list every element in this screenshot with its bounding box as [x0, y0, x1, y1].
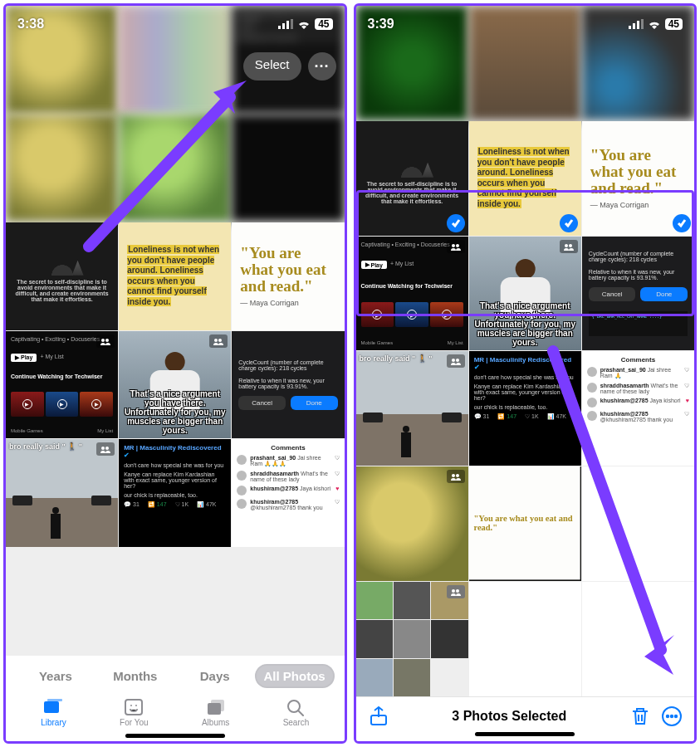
home-indicator[interactable] [125, 734, 225, 738]
cancel-button: Cancel [238, 396, 286, 410]
svg-point-11 [101, 339, 105, 342]
cellular-icon [629, 18, 644, 30]
seg-days[interactable]: Days [175, 664, 255, 688]
photo-thumb[interactable]: bro really said " 🚶 " [6, 439, 118, 547]
seg-years[interactable]: Years [16, 664, 95, 688]
svg-point-40 [456, 359, 459, 362]
svg-rect-24 [629, 26, 631, 29]
search-icon [285, 698, 306, 716]
svg-point-15 [101, 447, 105, 450]
svg-rect-2 [286, 21, 289, 29]
tab-bar: Library For You Albums Search [14, 695, 336, 729]
ellipsis-icon: ··· [314, 58, 329, 76]
photo-thumb[interactable]: CycleCount (number of complete charge cy… [232, 331, 344, 439]
svg-point-45 [452, 589, 455, 593]
photo-thumb[interactable]: MR | Masculinity Rediscovered ✔ don't ca… [119, 439, 231, 547]
svg-point-50 [671, 715, 673, 717]
photo-thumb[interactable] [232, 115, 344, 222]
svg-rect-21 [211, 700, 224, 711]
selection-toolbar: 3 Photos Selected [356, 696, 695, 741]
photo-thumb[interactable] [356, 466, 468, 581]
status-bar: 3:39 45 [356, 6, 695, 42]
cellular-icon [278, 18, 293, 30]
tab-for-you[interactable]: For You [120, 698, 148, 727]
svg-point-51 [675, 715, 677, 717]
photo-grid[interactable]: Why so early? Because it's like. We want… [6, 6, 345, 655]
photo-thumb[interactable] [356, 582, 468, 696]
photo-thumb[interactable] [119, 115, 231, 222]
photo-thumb[interactable]: "You are what you eat and read." — Maya … [232, 222, 344, 330]
photo-thumb[interactable]: "You are what you eat and read." [469, 466, 581, 581]
svg-rect-3 [291, 19, 293, 29]
share-button[interactable] [368, 706, 389, 727]
photo-thumb[interactable] [6, 115, 118, 222]
svg-point-16 [105, 447, 109, 450]
photo-thumb[interactable]: MR | Masculinity Rediscovered ✔ don't ca… [469, 351, 581, 466]
photo-thumb[interactable] [469, 582, 581, 696]
svg-rect-27 [641, 19, 644, 29]
svg-rect-19 [125, 700, 142, 715]
tab-albums[interactable]: Albums [202, 698, 229, 727]
svg-point-12 [105, 339, 109, 342]
svg-rect-0 [278, 26, 281, 29]
svg-rect-26 [637, 21, 639, 29]
tab-library[interactable]: Library [41, 698, 66, 727]
svg-rect-18 [47, 699, 62, 701]
svg-point-46 [456, 589, 459, 593]
foryou-icon [123, 698, 144, 716]
svg-line-23 [298, 710, 303, 715]
wifi-icon [647, 18, 662, 30]
shared-icon [96, 442, 115, 456]
photo-thumb[interactable]: That's a nice argument you have there. U… [119, 331, 231, 439]
svg-point-49 [667, 715, 668, 717]
battery-level: 45 [665, 18, 683, 30]
photo-thumb[interactable]: Loneliness is not when you don't have pe… [119, 222, 231, 330]
wifi-icon [296, 18, 311, 30]
photo-thumb[interactable] [582, 466, 694, 581]
home-indicator[interactable] [475, 732, 575, 736]
shared-icon [96, 334, 115, 348]
status-bar: 3:38 45 [6, 6, 345, 42]
battery-level: 45 [315, 18, 332, 30]
selection-count: 3 Photos Selected [399, 709, 620, 724]
phone-left: 3:38 45 Select ··· Why so early? Because… [3, 3, 347, 744]
bottom-bar: Years Months Days All Photos Library For… [6, 655, 345, 741]
svg-point-42 [456, 474, 459, 477]
status-time: 3:38 [17, 17, 44, 32]
phone-right: 3:39 45 The secret to self-disci [354, 3, 698, 744]
svg-point-14 [218, 339, 222, 342]
select-button[interactable]: Select [243, 52, 301, 81]
selection-highlight [356, 190, 695, 317]
status-time: 3:39 [368, 17, 394, 32]
more-button[interactable] [661, 706, 683, 727]
photo-thumb[interactable] [582, 582, 694, 696]
svg-point-41 [452, 474, 455, 477]
tab-search[interactable]: Search [283, 698, 310, 727]
shared-icon [447, 585, 465, 598]
photo-thumb[interactable]: Comments prashant_sai_90 Jai shree Ram 🙏… [582, 351, 694, 466]
shared-icon [447, 470, 465, 483]
delete-button[interactable] [629, 706, 651, 727]
photo-thumb[interactable]: bro really said " 🚶 " [356, 351, 468, 466]
top-controls: Select ··· [243, 52, 336, 81]
svg-point-39 [452, 359, 455, 362]
time-segmented: Years Months Days All Photos [14, 662, 336, 690]
seg-months[interactable]: Months [95, 664, 175, 688]
svg-rect-1 [282, 23, 285, 29]
photo-thumb[interactable]: The secret to self-discipline is to avoi… [6, 222, 118, 330]
shared-icon [447, 354, 465, 368]
library-icon [42, 698, 64, 716]
seg-all-photos[interactable]: All Photos [255, 664, 335, 688]
monk-icon [395, 153, 428, 178]
svg-rect-17 [44, 701, 59, 713]
photo-thumb[interactable]: Comments prashant_sai_90 Jai shree Ram 🙏… [232, 439, 344, 547]
more-button[interactable]: ··· [308, 52, 336, 81]
play-button: ▶ Play [11, 354, 37, 362]
svg-point-13 [214, 339, 218, 342]
svg-rect-25 [633, 23, 635, 29]
done-button: Done [291, 396, 338, 410]
photo-thumb[interactable]: Captivating • Exciting • Docuseries ▶ Pl… [6, 331, 118, 439]
status-right: 45 [629, 18, 683, 30]
monk-icon [46, 251, 79, 276]
photo-grid[interactable]: The secret to self-discipline is to avoi… [356, 6, 695, 696]
